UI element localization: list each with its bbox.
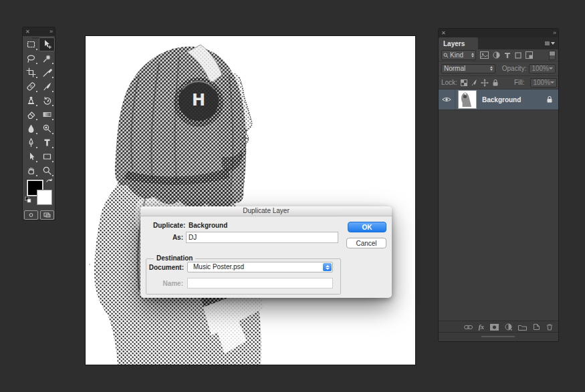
marquee-icon	[26, 39, 36, 49]
close-icon[interactable]: ✕	[441, 31, 446, 36]
zoom-icon	[42, 166, 52, 176]
add-mask-icon[interactable]	[490, 324, 499, 331]
new-group-icon[interactable]	[518, 324, 527, 331]
visibility-toggle[interactable]	[439, 89, 455, 110]
lock-all-icon[interactable]	[492, 79, 499, 86]
layers-panel: ✕ » Layers Kind	[438, 28, 559, 342]
kind-filter-label: Kind	[450, 51, 463, 59]
layer-row-background[interactable]: Background	[439, 89, 558, 110]
document-select-value: Music Poster.psd	[193, 263, 244, 270]
lasso-icon	[26, 53, 36, 63]
filter-pixel-layers-icon[interactable]	[480, 51, 489, 59]
tool-eraser[interactable]	[23, 108, 39, 122]
blend-opacity-row: Normal Opacity: 100%	[439, 61, 558, 76]
filter-type-layers-icon[interactable]	[504, 52, 511, 59]
tool-lasso[interactable]	[23, 51, 39, 65]
tools-panel: ✕ »	[22, 27, 55, 220]
collapse-panel-icon[interactable]: »	[49, 29, 52, 35]
tool-rectangle-shape[interactable]	[39, 150, 55, 164]
pen-icon	[26, 138, 36, 148]
tool-blur[interactable]	[23, 122, 39, 136]
tool-hand[interactable]	[23, 164, 39, 178]
tool-rectangular-marquee[interactable]	[23, 37, 39, 51]
filter-shape-layers-icon[interactable]	[515, 52, 521, 59]
lock-transparency-icon[interactable]	[461, 79, 467, 86]
quick-mask-button[interactable]	[24, 210, 38, 220]
duplicate-layer-dialog: Duplicate Layer Duplicate: Background As…	[140, 206, 392, 298]
default-colors-icon[interactable]	[25, 196, 31, 204]
collapse-panel-icon[interactable]: »	[553, 30, 556, 36]
as-input[interactable]	[186, 232, 338, 243]
cancel-button[interactable]: Cancel	[346, 238, 386, 248]
ok-button[interactable]: OK	[348, 222, 386, 232]
kind-filter-select[interactable]: Kind	[441, 50, 476, 60]
link-layers-icon[interactable]	[464, 325, 473, 330]
tool-dodge[interactable]	[39, 122, 55, 136]
tool-move[interactable]	[39, 37, 55, 51]
blend-mode-value: Normal	[444, 65, 465, 72]
healing-brush-icon	[26, 81, 36, 91]
search-icon	[443, 53, 449, 58]
layer-list: Background	[439, 89, 558, 321]
tool-gradient[interactable]	[39, 108, 55, 122]
tool-magic-wand[interactable]	[39, 51, 55, 65]
eye-icon	[442, 96, 451, 103]
filter-toggle-switch[interactable]	[549, 51, 556, 60]
layers-tabbar: Layers	[439, 37, 558, 49]
tool-zoom[interactable]	[39, 164, 55, 178]
new-layer-icon[interactable]	[533, 323, 540, 331]
blend-mode-select[interactable]: Normal	[441, 64, 495, 73]
delete-layer-icon[interactable]	[546, 323, 553, 331]
lock-position-icon[interactable]	[481, 79, 489, 87]
filter-adjustment-layers-icon[interactable]	[493, 51, 500, 59]
headphone-logo-letter: H	[192, 91, 205, 110]
opacity-value-box[interactable]: 100%	[529, 64, 556, 73]
dialog-title[interactable]: Duplicate Layer	[140, 206, 392, 216]
toolbar-bottom-buttons	[23, 210, 55, 220]
tool-eyedropper[interactable]	[39, 65, 55, 79]
screen-mode-button[interactable]	[40, 210, 54, 220]
opacity-label: Opacity:	[502, 65, 527, 72]
select-arrows-icon	[471, 53, 474, 57]
rectangle-shape-icon	[42, 152, 52, 162]
lock-fill-row: Lock: Fill: 100%	[439, 76, 558, 89]
tool-grid	[23, 37, 55, 178]
tool-pen[interactable]	[23, 136, 39, 150]
fill-label: Fill:	[514, 79, 525, 86]
tool-crop[interactable]	[23, 65, 39, 79]
hand-icon	[26, 166, 36, 176]
layer-style-icon[interactable]: fx	[479, 323, 484, 331]
document-select[interactable]: Music Poster.psd	[187, 262, 333, 272]
dropdown-arrow-icon	[549, 67, 553, 69]
name-input	[187, 278, 333, 288]
tool-brush[interactable]	[39, 79, 55, 93]
tool-type[interactable]	[39, 136, 55, 150]
close-icon[interactable]: ✕	[25, 29, 30, 35]
screen-mode-icon	[43, 212, 51, 218]
panel-resize-grip[interactable]	[439, 332, 558, 341]
tool-clone-stamp[interactable]	[23, 93, 39, 108]
duplicate-value: Background	[189, 222, 227, 229]
tab-layers[interactable]: Layers	[439, 37, 478, 49]
stepper-icon	[323, 263, 332, 271]
color-swatches	[23, 178, 55, 210]
fx-label: fx	[479, 323, 484, 331]
destination-legend: Destination	[154, 254, 195, 262]
lock-pixels-icon[interactable]	[471, 79, 477, 86]
eyedropper-icon	[42, 67, 52, 77]
brush-icon	[42, 81, 52, 91]
document-canvas[interactable]: H	[85, 35, 416, 365]
dodge-icon	[42, 124, 52, 134]
filter-smart-object-icon[interactable]	[525, 51, 533, 59]
fill-value-box[interactable]: 100%	[530, 78, 557, 87]
adjustment-layer-icon[interactable]	[505, 323, 512, 331]
layer-thumbnail[interactable]	[458, 90, 477, 109]
type-icon	[42, 138, 52, 148]
tool-healing-brush[interactable]	[23, 79, 39, 93]
panel-menu-icon[interactable]	[545, 37, 558, 49]
layer-name: Background	[482, 96, 521, 104]
background-color-swatch[interactable]	[37, 190, 52, 205]
tool-history-brush[interactable]	[39, 93, 55, 108]
tool-path-selection[interactable]	[23, 150, 39, 164]
swap-colors-icon[interactable]	[45, 178, 53, 186]
